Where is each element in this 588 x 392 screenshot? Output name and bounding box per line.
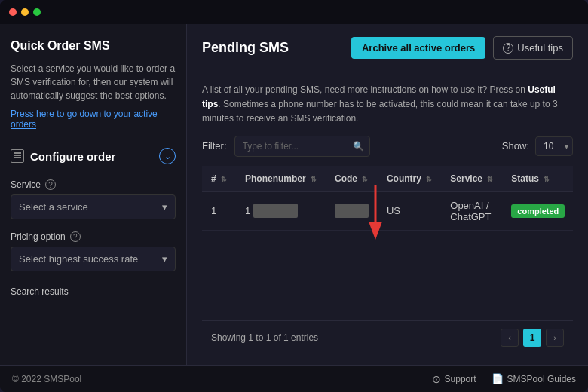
- pricing-field-label: Pricing option ?: [11, 231, 176, 242]
- content-area: Pending SMS Archive all active orders ? …: [187, 24, 588, 365]
- col-phone: Phonenumber ⇅: [236, 166, 326, 192]
- sidebar-description: Select a service you would like to order…: [11, 62, 176, 103]
- pending-sms-table: # ⇅ Phonenumber ⇅ Code ⇅ Country ⇅ Servi…: [202, 166, 573, 231]
- filter-bar: Filter: 🔍 Show: 10 25 50: [202, 136, 573, 157]
- content-header: Pending SMS Archive all active orders ? …: [187, 24, 588, 72]
- pagination: ‹ 1 ›: [501, 329, 564, 347]
- copyright: © 2022 SMSPool: [12, 374, 81, 384]
- table-wrap: # ⇅ Phonenumber ⇅ Code ⇅ Country ⇅ Servi…: [202, 166, 573, 311]
- showing-entries: Showing 1 to 1 of 1 entries: [211, 332, 318, 343]
- content-body: A list of all your pending SMS, need mor…: [187, 72, 588, 365]
- col-country: Country ⇅: [378, 166, 441, 192]
- service-field-label: Service ?: [11, 179, 176, 190]
- cell-phone: 1: [236, 191, 326, 230]
- cell-num: 1: [202, 191, 236, 230]
- col-num: # ⇅: [202, 166, 236, 192]
- cell-country: US: [378, 191, 441, 230]
- table-footer: Showing 1 to 1 of 1 entries ‹ 1 ›: [202, 320, 573, 354]
- filter-label: Filter:: [202, 140, 227, 152]
- configure-order-title: Configure order: [30, 150, 115, 163]
- filter-left: Filter: 🔍: [202, 136, 370, 157]
- configure-order-header: Configure order ⌄: [11, 148, 176, 167]
- cell-code: [326, 191, 378, 230]
- sidebar: Quick Order SMS Select a service you wou…: [0, 24, 187, 365]
- guides-link[interactable]: 📄 SMSPool Guides: [492, 373, 576, 384]
- configure-order-left: Configure order: [11, 149, 115, 163]
- document-icon: [11, 149, 24, 163]
- sidebar-active-orders-link[interactable]: Press here to go down to your active ord…: [11, 109, 176, 130]
- page-title: Pending SMS: [202, 40, 289, 56]
- filter-input[interactable]: [234, 136, 370, 157]
- col-service: Service ⇅: [441, 166, 502, 192]
- filter-input-wrap: 🔍: [234, 136, 370, 157]
- next-page-button[interactable]: ›: [546, 329, 564, 347]
- footer: © 2022 SMSPool ⊙ Support 📄 SMSPool Guide…: [0, 365, 588, 392]
- service-select[interactable]: Select a service ▾: [11, 194, 176, 219]
- sidebar-title: Quick Order SMS: [11, 39, 176, 53]
- col-status: Status ⇅: [502, 166, 573, 192]
- close-dot[interactable]: [9, 8, 17, 16]
- support-link[interactable]: ⊙ Support: [432, 373, 476, 385]
- prev-page-button[interactable]: ‹: [501, 329, 519, 347]
- header-buttons: Archive all active orders ? Useful tips: [351, 36, 573, 60]
- cell-service: OpenAI /ChatGPT: [441, 191, 502, 230]
- configure-order-collapse-button[interactable]: ⌄: [159, 148, 176, 164]
- cell-status: completed: [502, 191, 573, 230]
- maximize-dot[interactable]: [33, 8, 41, 16]
- archive-all-button[interactable]: Archive all active orders: [351, 37, 485, 59]
- show-count-select[interactable]: 10 25 50: [535, 136, 573, 156]
- status-badge: completed: [511, 204, 565, 218]
- footer-right: ⊙ Support 📄 SMSPool Guides: [432, 373, 576, 385]
- pricing-chevron-icon: ▾: [162, 253, 167, 265]
- search-icon: 🔍: [353, 141, 364, 152]
- phone-blurred: [253, 204, 298, 218]
- pricing-select[interactable]: Select highest success rate ▾: [11, 247, 176, 271]
- minimize-dot[interactable]: [21, 8, 29, 16]
- table-header-row: # ⇅ Phonenumber ⇅ Code ⇅ Country ⇅ Servi…: [202, 166, 573, 192]
- current-page[interactable]: 1: [523, 329, 541, 347]
- info-text: A list of all your pending SMS, need mor…: [202, 83, 573, 127]
- document-icon: 📄: [492, 373, 504, 384]
- service-help-icon[interactable]: ?: [45, 179, 56, 190]
- useful-tips-button[interactable]: ? Useful tips: [493, 36, 573, 60]
- show-right: Show: 10 25 50 ▾: [502, 136, 573, 156]
- top-bar: [0, 0, 588, 24]
- code-blurred: [335, 204, 369, 218]
- service-chevron-icon: ▾: [162, 201, 167, 213]
- support-icon: ⊙: [432, 373, 441, 385]
- table-row: 1 1 US OpenAI /ChatGPT: [202, 191, 573, 230]
- search-results-label: Search results: [11, 286, 176, 297]
- pricing-help-icon[interactable]: ?: [70, 231, 81, 242]
- col-code: Code ⇅: [326, 166, 378, 192]
- question-circle-icon: ?: [503, 43, 513, 54]
